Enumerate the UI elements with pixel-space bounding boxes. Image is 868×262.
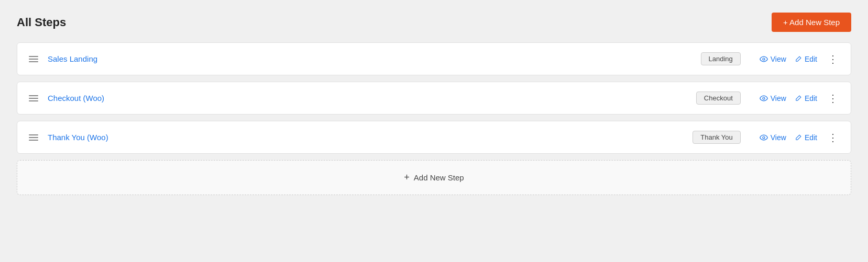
plus-icon: + bbox=[404, 172, 410, 183]
eye-icon bbox=[760, 94, 768, 102]
step-row: Checkout (Woo) Checkout View Edit ⋮ bbox=[17, 82, 851, 115]
add-step-footer-label: Add New Step bbox=[414, 173, 464, 182]
step-actions: View Edit ⋮ bbox=[760, 93, 840, 104]
step-name[interactable]: Thank You (Woo) bbox=[48, 133, 684, 142]
step-badge: Checkout bbox=[696, 92, 741, 105]
more-options-button[interactable]: ⋮ bbox=[826, 132, 840, 143]
edit-button[interactable]: Edit bbox=[795, 55, 817, 63]
step-name[interactable]: Checkout (Woo) bbox=[48, 94, 688, 102]
step-badge: Thank You bbox=[693, 131, 740, 144]
more-options-button[interactable]: ⋮ bbox=[826, 93, 840, 104]
view-label: View bbox=[771, 55, 786, 63]
drag-handle[interactable] bbox=[28, 94, 39, 102]
page-title: All Steps bbox=[17, 16, 66, 29]
step-badge: Landing bbox=[701, 52, 741, 65]
step-actions: View Edit ⋮ bbox=[760, 54, 840, 64]
svg-point-1 bbox=[763, 97, 765, 99]
view-button[interactable]: View bbox=[760, 94, 786, 102]
page-header: All Steps + Add New Step bbox=[17, 13, 851, 32]
step-row: Thank You (Woo) Thank You View Edit ⋮ bbox=[17, 121, 851, 154]
svg-point-2 bbox=[763, 136, 765, 139]
steps-list: Sales Landing Landing View Edit ⋮ bbox=[17, 42, 851, 195]
step-actions: View Edit ⋮ bbox=[760, 132, 840, 143]
view-label: View bbox=[771, 94, 786, 102]
edit-label: Edit bbox=[805, 133, 817, 142]
eye-icon bbox=[760, 55, 768, 63]
drag-handle[interactable] bbox=[28, 55, 39, 63]
drag-handle[interactable] bbox=[28, 133, 39, 142]
add-new-step-footer[interactable]: + Add New Step bbox=[17, 160, 851, 195]
edit-icon bbox=[795, 95, 802, 102]
eye-icon bbox=[760, 133, 768, 142]
edit-icon bbox=[795, 134, 802, 141]
more-options-button[interactable]: ⋮ bbox=[826, 54, 840, 64]
add-new-step-button-header[interactable]: + Add New Step bbox=[772, 13, 851, 32]
view-label: View bbox=[771, 133, 786, 142]
step-row: Sales Landing Landing View Edit ⋮ bbox=[17, 42, 851, 75]
svg-point-0 bbox=[763, 58, 765, 60]
edit-label: Edit bbox=[805, 94, 817, 102]
edit-icon bbox=[795, 55, 802, 63]
edit-button[interactable]: Edit bbox=[795, 94, 817, 102]
view-button[interactable]: View bbox=[760, 55, 786, 63]
step-name[interactable]: Sales Landing bbox=[48, 54, 693, 63]
edit-label: Edit bbox=[805, 55, 817, 63]
view-button[interactable]: View bbox=[760, 133, 786, 142]
edit-button[interactable]: Edit bbox=[795, 133, 817, 142]
